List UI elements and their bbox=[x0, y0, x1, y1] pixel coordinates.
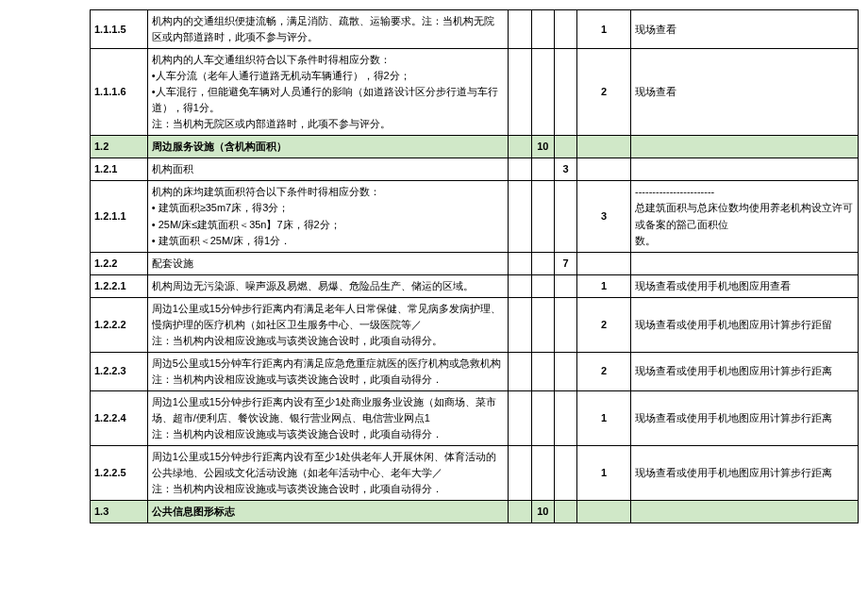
table-row: 1.2.1.1机构的床均建筑面积符合以下条件时得相应分数： • 建筑面积≥35m… bbox=[91, 181, 859, 252]
score-col-2 bbox=[531, 274, 554, 297]
score-col-4: 3 bbox=[577, 181, 631, 252]
row-id: 1.2.2.5 bbox=[91, 446, 148, 501]
score-col-4 bbox=[577, 158, 631, 181]
row-remark: 现场查看 bbox=[631, 10, 859, 49]
row-description: 机构周边无污染源、噪声源及易燃、易爆、危险品生产、储运的区域。 bbox=[147, 274, 509, 297]
row-id: 1.2.2.2 bbox=[91, 297, 148, 352]
row-remark bbox=[631, 501, 859, 523]
row-description: 周边5公里或15分钟车行距离内有满足应急危重症就医的医疗机构或急救机构 注：当机… bbox=[147, 352, 509, 390]
score-col-3: 3 bbox=[555, 158, 577, 181]
row-id: 1.3 bbox=[91, 501, 148, 523]
row-remark: 现场查看或使用手机地图应用查看 bbox=[631, 274, 859, 297]
row-id: 1.2.2.4 bbox=[91, 390, 148, 445]
score-col-1 bbox=[509, 446, 531, 501]
score-col-3 bbox=[555, 181, 577, 252]
score-col-4 bbox=[577, 136, 631, 158]
row-description: 机构内的交通组织便捷流畅，满足消防、疏散、运输要求。注：当机构无院区或内部道路时… bbox=[147, 10, 509, 49]
row-id: 1.1.1.5 bbox=[91, 10, 148, 49]
score-col-3: 7 bbox=[555, 252, 577, 274]
row-description: 机构内的人车交通组织符合以下条件时得相应分数： •人车分流（老年人通行道路无机动… bbox=[147, 49, 509, 136]
row-remark bbox=[631, 252, 859, 274]
table-row: 1.2周边服务设施（含机构面积）10 bbox=[91, 136, 859, 158]
score-col-2 bbox=[531, 252, 554, 274]
score-col-4: 2 bbox=[577, 352, 631, 390]
row-id: 1.2.2.1 bbox=[91, 274, 148, 297]
score-col-2 bbox=[531, 181, 554, 252]
score-col-4: 1 bbox=[577, 10, 631, 49]
score-col-1 bbox=[509, 274, 531, 297]
score-col-4: 2 bbox=[577, 49, 631, 136]
score-col-2: 10 bbox=[531, 501, 554, 523]
row-description: 周边1公里或15分钟步行距离内设有至少1处商业服务业设施（如商场、菜市场、超市/… bbox=[147, 390, 509, 445]
table-row: 1.2.2.4周边1公里或15分钟步行距离内设有至少1处商业服务业设施（如商场、… bbox=[91, 390, 859, 445]
score-col-4: 1 bbox=[577, 446, 631, 501]
row-description: 公共信息图形标志 bbox=[147, 501, 509, 523]
table-row: 1.2.2.1机构周边无污染源、噪声源及易燃、易爆、危险品生产、储运的区域。1现… bbox=[91, 274, 859, 297]
score-col-4: 1 bbox=[577, 274, 631, 297]
row-remark: ----------------------- 总建筑面积与总床位数均使用养老机… bbox=[631, 181, 859, 252]
score-col-2 bbox=[531, 446, 554, 501]
score-col-1 bbox=[509, 390, 531, 445]
score-col-4 bbox=[577, 501, 631, 523]
table-row: 1.3公共信息图形标志10 bbox=[91, 501, 859, 523]
row-id: 1.2.1 bbox=[91, 158, 148, 181]
row-description: 周边服务设施（含机构面积） bbox=[147, 136, 509, 158]
row-id: 1.2.1.1 bbox=[91, 181, 148, 252]
score-col-1 bbox=[509, 10, 531, 49]
score-col-4 bbox=[577, 252, 631, 274]
score-col-3 bbox=[555, 446, 577, 501]
row-remark: 现场查看或使用手机地图应用计算步行距离 bbox=[631, 352, 859, 390]
score-col-1 bbox=[509, 158, 531, 181]
score-col-2 bbox=[531, 297, 554, 352]
score-col-2 bbox=[531, 390, 554, 445]
row-remark: 现场查看或使用手机地图应用计算步行距离 bbox=[631, 390, 859, 445]
score-col-1 bbox=[509, 501, 531, 523]
score-col-2: 10 bbox=[531, 136, 554, 158]
score-col-2 bbox=[531, 158, 554, 181]
score-col-3 bbox=[555, 501, 577, 523]
table-row: 1.2.2.3周边5公里或15分钟车行距离内有满足应急危重症就医的医疗机构或急救… bbox=[91, 352, 859, 390]
score-col-1 bbox=[509, 136, 531, 158]
score-col-2 bbox=[531, 10, 554, 49]
score-col-3 bbox=[555, 10, 577, 49]
row-id: 1.1.1.6 bbox=[91, 49, 148, 136]
row-remark: 现场查看或使用手机地图应用计算步行距离 bbox=[631, 446, 859, 501]
table-row: 1.2.2.5周边1公里或15分钟步行距离内设有至少1处供老年人开展休闲、体育活… bbox=[91, 446, 859, 501]
table-row: 1.1.1.5机构内的交通组织便捷流畅，满足消防、疏散、运输要求。注：当机构无院… bbox=[91, 10, 859, 49]
table-row: 1.1.1.6机构内的人车交通组织符合以下条件时得相应分数： •人车分流（老年人… bbox=[91, 49, 859, 136]
score-col-1 bbox=[509, 297, 531, 352]
score-col-1 bbox=[509, 49, 531, 136]
row-id: 1.2.2.3 bbox=[91, 352, 148, 390]
score-col-4: 1 bbox=[577, 390, 631, 445]
score-col-4: 2 bbox=[577, 297, 631, 352]
score-col-1 bbox=[509, 181, 531, 252]
score-col-3 bbox=[555, 297, 577, 352]
row-description: 机构面积 bbox=[147, 158, 509, 181]
score-col-2 bbox=[531, 49, 554, 136]
table-row: 1.2.2.2周边1公里或15分钟步行距离内有满足老年人日常保健、常见病多发病护… bbox=[91, 297, 859, 352]
row-id: 1.2.2 bbox=[91, 252, 148, 274]
score-col-3 bbox=[555, 49, 577, 136]
table-row: 1.2.1机构面积3 bbox=[91, 158, 859, 181]
score-col-3 bbox=[555, 136, 577, 158]
row-description: 机构的床均建筑面积符合以下条件时得相应分数： • 建筑面积≥35m7床，得3分；… bbox=[147, 181, 509, 252]
score-col-1 bbox=[509, 352, 531, 390]
row-description: 配套设施 bbox=[147, 252, 509, 274]
evaluation-table: 1.1.1.5机构内的交通组织便捷流畅，满足消防、疏散、运输要求。注：当机构无院… bbox=[90, 9, 859, 523]
score-col-3 bbox=[555, 390, 577, 445]
row-remark bbox=[631, 158, 859, 181]
score-col-2 bbox=[531, 352, 554, 390]
row-remark: 现场查看或使用手机地图应用计算步行距留 bbox=[631, 297, 859, 352]
score-col-3 bbox=[555, 352, 577, 390]
row-remark bbox=[631, 136, 859, 158]
row-id: 1.2 bbox=[91, 136, 148, 158]
row-description: 周边1公里或15分钟步行距离内有满足老年人日常保健、常见病多发病护理、慢病护理的… bbox=[147, 297, 509, 352]
table-row: 1.2.2配套设施7 bbox=[91, 252, 859, 274]
score-col-1 bbox=[509, 252, 531, 274]
row-description: 周边1公里或15分钟步行距离内设有至少1处供老年人开展休闲、体育活动的公共绿地、… bbox=[147, 446, 509, 501]
score-col-3 bbox=[555, 274, 577, 297]
row-remark: 现场查看 bbox=[631, 49, 859, 136]
